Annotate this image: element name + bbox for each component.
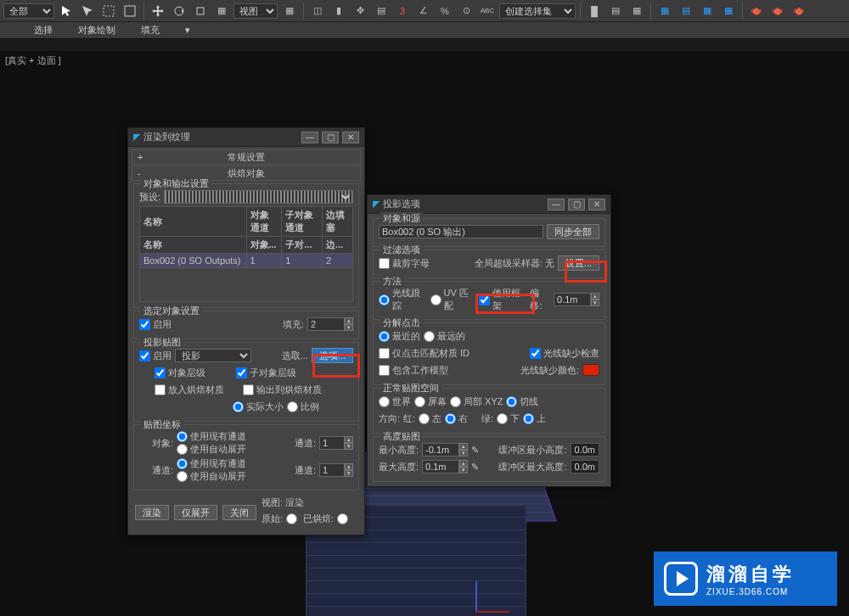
scale-icon[interactable] xyxy=(191,2,210,20)
tangent-radio[interactable]: 切线 xyxy=(506,395,538,408)
layers-icon[interactable]: ▤ xyxy=(372,2,391,20)
move-icon[interactable] xyxy=(149,2,167,20)
baked-radio[interactable] xyxy=(337,513,351,524)
snap-icon[interactable]: ✥ xyxy=(351,2,369,20)
dialog-titlebar[interactable]: ◤ 投影选项 — ▢ ✕ xyxy=(368,195,610,214)
out-bake-checkbox[interactable]: 输出到烘焙材质 xyxy=(243,384,322,396)
use-auto-radio[interactable]: 使用自动展开 xyxy=(177,443,246,456)
watermark-cn: 溜溜自学 xyxy=(706,562,795,587)
original-radio[interactable] xyxy=(286,513,300,524)
layer-icon[interactable]: ▦ xyxy=(627,2,646,20)
up-radio[interactable]: 上 xyxy=(523,412,546,425)
objects-table[interactable]: 名称对象通道子对象通道边填塞 名称对象...子对...边... Box002 (… xyxy=(139,206,353,302)
table-row-name[interactable]: Box002 (0 SO Outputs) xyxy=(140,254,247,268)
projection-dropdown[interactable]: 投影 xyxy=(175,349,251,362)
ref-coord-icon[interactable]: ▦ xyxy=(280,2,299,20)
preset-dropdown[interactable] xyxy=(164,190,353,204)
subobj-level-checkbox[interactable]: 子对象层级 xyxy=(236,367,296,379)
teapot1-icon[interactable]: 🫖 xyxy=(747,2,766,20)
ratio-radio[interactable]: 比例 xyxy=(287,400,319,413)
menu-select[interactable]: 选择 xyxy=(34,24,53,36)
uvmatch-radio[interactable]: UV 匹配 xyxy=(430,287,475,312)
placement-icon[interactable]: ▦ xyxy=(212,2,231,20)
arrow-cursor-icon[interactable] xyxy=(57,2,76,20)
accordion-general[interactable]: +常规设置 xyxy=(132,149,361,165)
use-auto-radio2[interactable]: 使用自动展开 xyxy=(177,470,246,483)
set-dropdown[interactable]: 创建选择集 xyxy=(499,3,576,19)
filter-dropdown[interactable]: 全部 xyxy=(3,3,54,19)
close-button[interactable]: ✕ xyxy=(342,132,359,143)
use-existing-radio[interactable]: 使用现有通道 xyxy=(177,430,246,443)
down-radio[interactable]: 下 xyxy=(497,412,520,425)
teapot3-icon[interactable]: 🫖 xyxy=(790,2,808,20)
teapot2-icon[interactable]: 🫖 xyxy=(768,2,787,20)
crop-checkbox[interactable]: 裁剪字母 xyxy=(379,257,430,270)
mirror-icon[interactable]: ▐▌ xyxy=(585,2,604,20)
options-button[interactable]: 选项... xyxy=(312,348,353,363)
close-button[interactable]: ✕ xyxy=(588,199,605,210)
region-icon[interactable]: ◫ xyxy=(308,2,327,20)
fill-spinner[interactable]: ▴▾ xyxy=(307,317,353,331)
material-editor-icon[interactable]: ▦ xyxy=(698,2,717,20)
maximize-button[interactable]: ▢ xyxy=(568,199,585,210)
schematic-icon[interactable]: ▤ xyxy=(677,2,695,20)
eyedropper-icon[interactable]: ✎ xyxy=(471,462,479,473)
setup-button[interactable]: 设置... xyxy=(558,255,599,271)
sync-all-button[interactable]: 同步全部 xyxy=(547,224,599,239)
ray-radio[interactable]: 光线跟踪 xyxy=(379,287,427,312)
window-icon[interactable] xyxy=(121,2,139,20)
close-button[interactable]: 关闭 xyxy=(222,505,256,520)
farthest-radio[interactable]: 最远的 xyxy=(424,330,465,343)
dialog-titlebar[interactable]: ◤ 渲染到纹理 — ▢ ✕ xyxy=(128,128,364,147)
maximize-button[interactable]: ▢ xyxy=(322,132,339,143)
rotate-icon[interactable] xyxy=(170,2,188,20)
marquee-icon[interactable] xyxy=(99,2,118,20)
align-icon[interactable]: ▤ xyxy=(606,2,625,20)
percent-snap-icon[interactable]: % xyxy=(436,2,454,20)
snap-toggle-icon[interactable]: ⊙ xyxy=(457,2,475,20)
eyedropper-icon[interactable]: ✎ xyxy=(471,445,479,456)
offset-spinner[interactable]: ▴▾ xyxy=(554,293,599,306)
only-match-checkbox[interactable]: 仅点击匹配材质 ID xyxy=(379,347,469,360)
world-radio[interactable]: 世界 xyxy=(379,395,411,408)
channel-spinner2[interactable]: ▴▾ xyxy=(319,463,353,477)
channel-spinner[interactable]: ▴▾ xyxy=(319,436,353,450)
put-bake-checkbox[interactable]: 放入烘焙材质 xyxy=(155,384,224,396)
right-radio[interactable]: 右 xyxy=(445,412,468,425)
coord-dropdown[interactable]: 视图 xyxy=(233,3,278,19)
include-work-checkbox[interactable]: 包含工作模型 xyxy=(379,364,448,377)
max-h-spinner[interactable]: ▴▾ xyxy=(422,460,468,473)
nearest-radio[interactable]: 最近的 xyxy=(379,330,420,343)
buf-max-label: 缓冲区最大高度: xyxy=(498,461,566,473)
unwrap-button[interactable]: 仅展开 xyxy=(174,505,217,520)
use-cage-checkbox[interactable]: 使用框架 xyxy=(479,287,527,312)
abc-icon[interactable]: ABC xyxy=(478,2,497,20)
bookmark-icon[interactable]: ▮ xyxy=(329,2,348,20)
pick-label[interactable]: 选取... xyxy=(282,350,308,362)
projection-options-dialog: ◤ 投影选项 — ▢ ✕ 对象和源 同步全部 过滤选项 裁剪字母 全局超级采样器… xyxy=(367,194,611,487)
ray-miss-check-checkbox[interactable]: 光线缺少检查 xyxy=(530,347,599,360)
angle-snap-icon[interactable]: ∠ xyxy=(414,2,433,20)
menu-objpaint[interactable]: 对象绘制 xyxy=(78,24,115,36)
menu-more-icon[interactable]: ▾ xyxy=(185,25,190,36)
min-h-label: 最小高度: xyxy=(379,444,419,456)
menu-fill[interactable]: 填充 xyxy=(141,24,160,36)
render-button[interactable]: 渲染 xyxy=(135,505,169,520)
screen-radio[interactable]: 屏幕 xyxy=(414,395,447,408)
minimize-button[interactable]: — xyxy=(301,132,318,143)
enable-checkbox[interactable]: 启用 xyxy=(139,318,171,331)
render-setup-icon[interactable]: ▦ xyxy=(719,2,738,20)
obj-level-checkbox[interactable]: 对象层级 xyxy=(155,367,205,379)
select-icon[interactable] xyxy=(78,2,97,20)
left-radio[interactable]: 左 xyxy=(419,412,441,425)
source-field[interactable] xyxy=(379,225,543,238)
min-h-spinner[interactable]: ▴▾ xyxy=(422,443,468,456)
minimize-button[interactable]: — xyxy=(548,199,565,210)
actual-radio[interactable]: 实际大小 xyxy=(233,400,284,413)
local-radio[interactable]: 局部 XYZ xyxy=(450,395,503,408)
use-existing-radio2[interactable]: 使用现有通道 xyxy=(177,457,246,470)
proj-enable-checkbox[interactable]: 启用 xyxy=(139,350,171,362)
snap-3-icon[interactable]: 3 xyxy=(393,2,412,20)
curve-editor-icon[interactable]: ▦ xyxy=(655,2,674,20)
ray-miss-color-swatch[interactable] xyxy=(582,364,599,376)
